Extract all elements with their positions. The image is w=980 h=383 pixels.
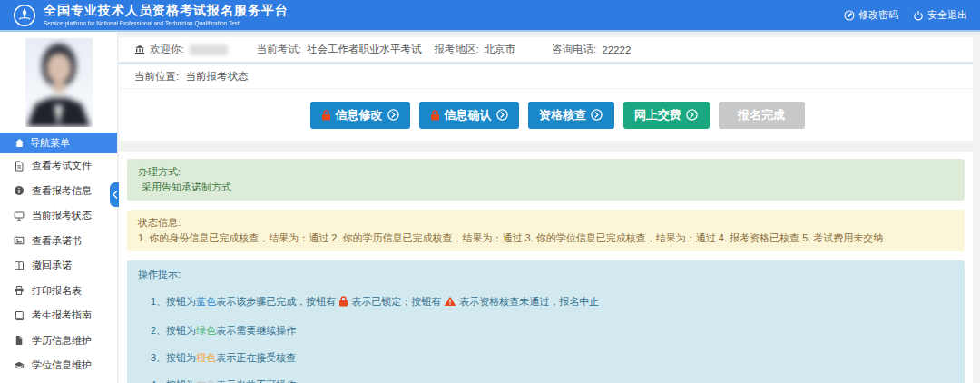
status-alert: 状态信息: 1. 你的身份信息已完成核查，结果为：通过 2. 你的学历信息已完成… [127,210,965,251]
sidebar-item-label: 打印报名表 [32,284,82,298]
guide-book-icon [14,310,24,321]
nav-menu-header: 导航菜单 [0,133,117,153]
tip-text: 表示正在接受核查 [216,352,296,363]
arrow-circle-icon [496,109,508,121]
sidebar-collapse-handle[interactable] [110,182,119,207]
breadcrumb-value: 当前报考状态 [185,71,248,82]
sidebar-item-label: 当前报考状态 [32,209,92,222]
sidebar-item-candidate-guide[interactable]: 考生报考指南 [0,303,117,329]
step-button-qualification-check[interactable]: 资格核查 [528,102,614,129]
tip-text: 2、按钮为 [151,325,196,336]
platform-logo-icon [13,4,36,27]
tip-text: 表示需要继续操作 [216,325,296,336]
tip-text: 4、按钮为 [151,379,196,383]
gray-word: 灰色 [196,379,216,383]
sidebar-item-print-form[interactable]: 打印报名表 [0,279,117,304]
home-icon [15,138,24,148]
tips-alert: 操作提示: 1、按钮为蓝色表示该步骤已完成，按钮有表示已锁定；按钮有表示资格核查… [127,260,965,383]
greeting-label: 欢迎你: [150,43,184,56]
exam-value: 社会工作者职业水平考试 [307,43,422,56]
change-password-button[interactable]: 修改密码 [844,8,898,22]
breadcrumb: 当前位置: 当前报考状态 [119,64,973,89]
method-alert: 办理方式: 采用告知承诺制方式 [127,159,965,201]
sidebar-item-exit-exam[interactable]: 退出当前考试 [0,378,117,383]
tip-text: 3、按钮为 [151,352,196,363]
sidebar-item-exam-documents[interactable]: 查看考试文件 [0,153,117,179]
logout-button[interactable]: 安全退出 [913,8,967,22]
tip-text: 1、按钮为 [151,296,196,307]
phone-label: 咨询电话: [552,43,596,56]
sidebar-item-withdraw-commitment[interactable]: 撤回承诺 [0,253,117,279]
main-content: 欢迎你: 当前考试: 社会工作者职业水平考试 报考地区: 北京市 咨询电话: 2… [118,32,980,383]
sidebar: 导航菜单 查看考试文件 查看报考信息 当前报考状态 查看承诺书 撤回承诺 打印报… [0,32,118,383]
file-text-icon [14,161,24,172]
arrow-circle-icon [387,109,399,121]
tip-line-4: 4、按钮为灰色表示当前不可操作 [151,378,954,383]
warning-triangle-icon [444,296,456,311]
printer-icon [14,285,24,296]
nav-menu-title: 导航菜单 [30,136,70,150]
blue-word: 蓝色 [196,296,216,307]
lock-icon [430,110,440,121]
change-password-label: 修改密码 [858,8,898,22]
sidebar-item-degree-info[interactable]: 学位信息维护 [0,353,117,378]
orange-word: 橙色 [196,352,216,363]
logout-label: 安全退出 [927,8,967,22]
step-button-online-payment[interactable]: 网上交费 [623,102,710,129]
institution-icon [134,44,145,54]
tip-text: 表示该步骤已完成，按钮有 [216,296,336,307]
tip-text: 表示已锁定；按钮有 [351,296,441,307]
top-header: 全国专业技术人员资格考试报名服务平台 Service platform for … [0,0,980,32]
sidebar-item-current-status[interactable]: 当前报考状态 [0,203,117,229]
power-icon [913,10,924,21]
tip-text: 表示当前不可操作 [216,379,296,383]
status-body: 1. 你的身份信息已完成核查，结果为：通过 2. 你的学历信息已完成核查，结果为… [138,231,954,246]
sidebar-item-education-info[interactable]: 学历信息维护 [0,329,117,354]
page-subtitle: Service platform for National Profession… [44,20,289,26]
step-button-info-modify[interactable]: 信息修改 [310,102,410,129]
edit-circle-icon [844,10,855,21]
tips-title: 操作提示: [138,267,954,282]
file-icon [14,335,24,346]
step-label: 报名完成 [738,107,785,123]
exam-label: 当前考试: [257,43,301,56]
method-title: 办理方式: [138,164,954,180]
sidebar-item-label: 查看考试文件 [32,159,92,172]
tip-line-2: 2、按钮为绿色表示需要继续操作 [151,323,954,339]
graduation-cap-icon [14,360,24,371]
green-word: 绿色 [196,325,216,336]
lock-icon [338,296,348,311]
step-label: 资格核查 [539,107,586,123]
step-button-registration-complete: 报名完成 [719,102,805,129]
region-value: 北京市 [485,43,516,56]
page-title: 全国专业技术人员资格考试报名服务平台 [44,4,289,17]
tip-text: 表示资格核查未通过，报名中止 [459,296,599,307]
region-label: 报考地区: [434,43,478,56]
breadcrumb-label: 当前位置: [134,71,179,82]
method-body: 采用告知承诺制方式 [138,180,954,195]
step-label: 信息确认 [445,107,492,123]
lock-icon [321,110,331,121]
info-icon [14,185,24,196]
phone-value: 22222 [602,44,631,55]
step-label: 信息修改 [336,107,383,123]
alerts-card: 办理方式: 采用告知承诺制方式 状态信息: 1. 你的身份信息已完成核查，结果为… [119,152,973,383]
arrow-circle-icon [686,109,698,121]
tip-line-3: 3、按钮为橙色表示正在接受核查 [151,350,954,366]
status-title: 状态信息: [138,215,954,231]
sidebar-item-view-commitment[interactable]: 查看承诺书 [0,229,117,254]
sidebar-item-label: 撤回承诺 [32,259,72,272]
certificate-icon [14,235,24,246]
monitor-icon [14,211,24,221]
step-button-info-confirm[interactable]: 信息确认 [419,102,519,129]
status-card: 当前位置: 当前报考状态 信息修改 信息确认 资格核查 网上交费 [119,64,973,141]
sidebar-item-registration-info[interactable]: 查看报考信息 [0,179,117,204]
tip-line-1: 1、按钮为蓝色表示该步骤已完成，按钮有表示已锁定；按钮有表示资格核查未通过，报名… [151,294,954,311]
chevron-left-icon [112,191,118,199]
arrow-circle-icon [591,109,603,121]
user-name-blurred [190,44,228,55]
step-label: 网上交费 [634,107,681,123]
sidebar-item-label: 学历信息维护 [32,334,92,348]
user-photo [0,32,117,133]
step-buttons-row: 信息修改 信息确认 资格核查 网上交费 报名完成 [119,89,973,141]
